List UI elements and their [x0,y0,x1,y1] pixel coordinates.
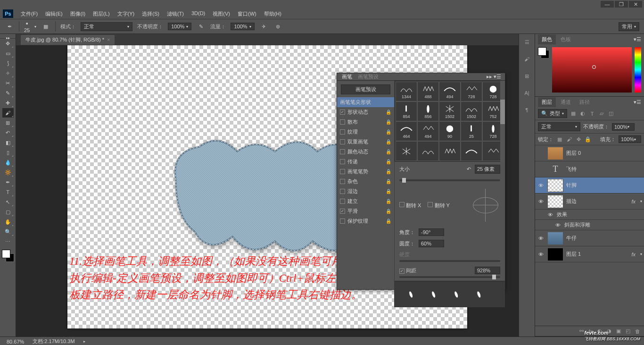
zoom-tool[interactable]: 🔍 [2,227,14,236]
close-tab-icon[interactable]: × [107,37,110,42]
path-select-tool[interactable]: ↖ [2,197,14,207]
brush-setting-row[interactable]: ✓形状动态🔒 [337,107,394,117]
healing-tool[interactable]: ✚ [2,98,14,108]
blend-mode-layer-select[interactable]: 正常▾ [538,122,580,131]
filter-shape-icon[interactable]: ▱ [598,110,605,117]
filter-adjust-icon[interactable]: ◐ [579,110,586,117]
menu-item[interactable]: 3D(D) [188,10,209,17]
angle-input[interactable]: -90° [419,228,444,236]
brush-tip-cell[interactable]: 494 [417,121,439,141]
brush-setting-row[interactable]: 湿边🔒 [337,186,394,196]
edit-toolbar[interactable]: ⋯ [2,237,14,246]
filter-smart-icon[interactable]: ◫ [608,110,614,117]
marquee-tool[interactable]: ▭ [2,49,14,58]
menu-item[interactable]: 帮助(H) [260,10,285,17]
zoom-display[interactable]: 80.67% [7,339,24,345]
brush-tip-cell[interactable] [461,141,482,161]
pen-tool[interactable]: ✒ [2,177,14,187]
layer-filter-select[interactable]: 🔍 类型 ▾ [538,109,567,118]
brush-tip-cell[interactable]: 1502 [461,101,482,121]
workspace-switcher[interactable]: 常用▾ [619,22,639,31]
brush-setting-row[interactable]: 散布🔒 [337,117,394,127]
brush-tip-shape[interactable]: 画笔笔尖形状 [337,97,394,107]
menu-item[interactable]: 选择(S) [138,10,163,17]
flip-reset-icon[interactable]: ↶ [467,166,471,172]
shape-tool[interactable]: ▢ [2,207,14,217]
gradient-tool[interactable]: ▯ [2,148,14,157]
angle-widget[interactable] [471,186,500,225]
layer-row[interactable]: 👁图层 1fx▾ [535,246,644,262]
filter-type-icon[interactable]: T [589,110,595,117]
lock-transparent-icon[interactable]: ▦ [556,136,563,143]
minimize-button[interactable]: — [601,1,614,8]
brush-setting-row[interactable]: 颜色动态🔒 [337,147,394,157]
menu-item[interactable]: 图层(L) [89,10,113,17]
pressure-size-icon[interactable]: ⊛ [273,22,283,31]
brush-tip-cell[interactable]: 494 [439,82,461,101]
spacing-slider[interactable] [399,276,500,278]
brush-panel-icon[interactable]: 🖌 [522,54,532,64]
paths-tab[interactable]: 路径 [576,97,594,107]
brush-tip-cell[interactable]: 1502 [439,101,461,121]
menu-item[interactable]: 编辑(E) [41,10,66,17]
brush-setting-row[interactable]: ✓平滑🔒 [337,206,394,216]
spacing-input[interactable]: 928% [475,267,500,274]
layer-row[interactable]: 👁效果 [535,210,644,220]
brush-tip-cell[interactable]: 1344 [396,82,417,101]
brush-setting-row[interactable]: 双重画笔🔒 [337,137,394,147]
lasso-tool[interactable]: ⟆ [2,59,14,68]
character-panel-icon[interactable]: A| [522,88,532,98]
brush-size-slider[interactable] [399,179,500,181]
layer-opacity-field[interactable]: 100%▾ [612,123,635,131]
brush-tip-cell[interactable] [417,141,439,161]
brush-tip-cell[interactable]: 464 [396,121,417,141]
eyedropper-tool[interactable]: ✎ [2,88,14,98]
history-brush-tool[interactable]: ↶ [2,128,14,137]
paragraph-panel-icon[interactable]: ¶ [522,105,532,115]
channels-tab[interactable]: 通道 [557,97,575,107]
hand-tool[interactable]: ✋ [2,217,14,227]
brush-setting-row[interactable]: 画笔笔势🔒 [337,167,394,177]
move-tool[interactable]: ✥ [2,39,14,48]
menu-item[interactable]: 滤镜(T) [163,10,188,17]
doc-info[interactable]: 文档:2.17M/10.3M [33,338,74,345]
layer-fill-field[interactable]: 100%▾ [619,135,641,143]
eraser-tool[interactable]: ◧ [2,138,14,147]
opacity-field[interactable]: 100%▾ [168,23,191,30]
layers-panel-menu-icon[interactable]: ▾☰ [631,99,644,105]
color-tab[interactable]: 颜色 [538,34,556,44]
menu-item[interactable]: 文字(Y) [114,10,139,17]
swatch-tab[interactable]: 色板 [557,34,575,44]
history-panel-icon[interactable]: ☰ [522,37,532,47]
menu-item[interactable]: 视图(V) [209,10,234,17]
brush-tab[interactable]: 画笔 [342,73,352,80]
brush-tool[interactable]: 🖌 [2,108,14,118]
lock-pixels-icon[interactable]: 🖌 [566,136,572,143]
close-button[interactable]: ✕ [629,1,642,8]
layer-row[interactable]: 图层 0 [535,145,644,161]
type-tool[interactable]: T [2,187,14,197]
brush-tip-grid[interactable]: 1344488494728728854856150215027524644949… [395,81,505,162]
menu-item[interactable]: 文件(F) [17,10,41,17]
flow-field[interactable]: 100%▾ [231,23,254,30]
brush-setting-row[interactable]: 纹理🔒 [337,127,394,137]
color-field[interactable] [552,47,632,93]
layer-row[interactable]: 👁描边fx▾ [535,194,644,210]
layer-row[interactable]: 👁针脚 [535,177,644,194]
filter-pixel-icon[interactable]: ▦ [570,110,577,117]
menu-item[interactable]: 图像(I) [66,10,89,17]
brush-tip-cell[interactable]: 854 [396,101,417,121]
hue-slider[interactable] [635,47,641,93]
hardness-slider[interactable] [399,260,500,262]
foreground-color[interactable] [2,250,10,258]
brush-preset-button[interactable]: 画笔预设 [341,84,390,94]
brush-tip-cell[interactable]: 25 [461,121,482,141]
brush-tip-cell[interactable]: 488 [417,82,439,101]
document-tab[interactable]: 牛皮.jpg @ 80.7% (针脚, RGB/8) * × [21,35,115,45]
blend-mode-select[interactable]: 正常▾ [81,22,132,31]
pressure-opacity-icon[interactable]: ✎ [196,22,206,31]
layers-tab[interactable]: 图层 [538,97,556,107]
brush-setting-row[interactable]: 建立🔒 [337,196,394,206]
panel-collapse-icon[interactable]: ▸▸ ▾☰ [483,74,505,80]
brush-tool-icon[interactable]: ✒ [5,22,14,31]
